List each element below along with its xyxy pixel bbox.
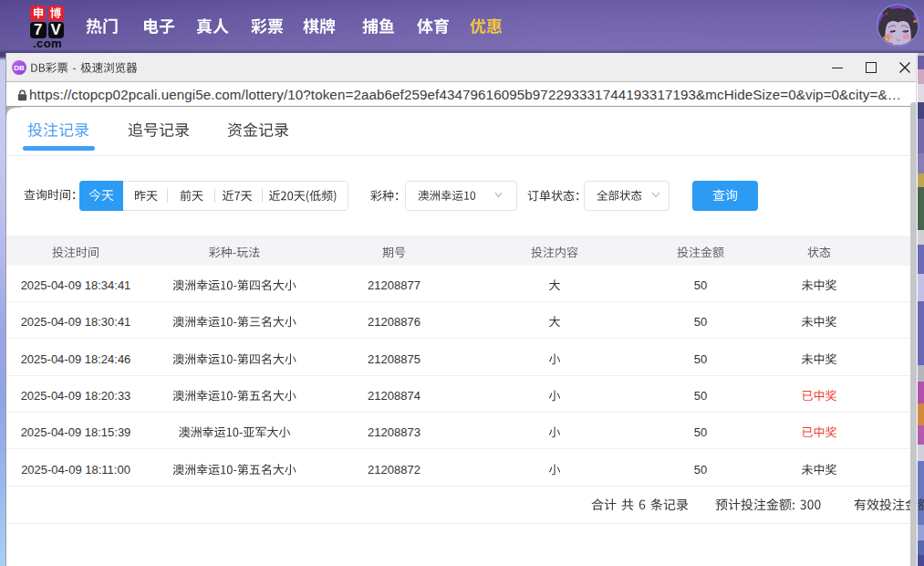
svg-text:DB: DB — [14, 64, 25, 72]
